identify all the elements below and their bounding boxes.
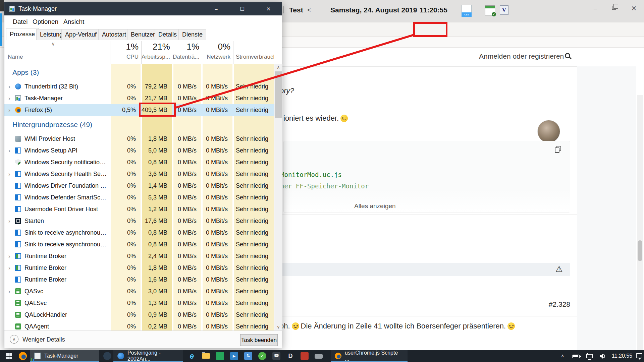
- tab-collapse-arrow[interactable]: <: [307, 7, 311, 14]
- process-row[interactable]: ›Windows Setup API0%5,0 MB0 MB/s0 MBit/s…: [4, 145, 274, 157]
- expander-icon[interactable]: ›: [8, 215, 10, 227]
- red-app-icon[interactable]: [301, 352, 309, 360]
- cell-name: ›Thunderbird (32 Bit): [4, 81, 110, 93]
- process-row[interactable]: QALockHandler0%0,9 MB0 MB/s0 MBit/sSehr …: [4, 309, 274, 321]
- column-name[interactable]: Name: [8, 54, 23, 60]
- expander-icon[interactable]: ›: [8, 250, 10, 262]
- process-row[interactable]: ›Runtime Broker0%1,8 MB0 MB/s0 MBit/sSeh…: [4, 262, 274, 274]
- tab-prozesse[interactable]: Prozesse: [6, 28, 39, 41]
- annotation-box-memory-cell: [139, 103, 176, 117]
- cell-name: Windows Driver Foundation - Benut...: [4, 180, 110, 192]
- taskbar-button-task-manager[interactable]: Task-Manager: [30, 350, 99, 362]
- task-manager-titlebar[interactable]: Task-Manager – ☐ ✕: [4, 2, 282, 15]
- process-group-header[interactable]: Apps (3): [4, 64, 274, 81]
- dark-circle-app-icon[interactable]: [103, 352, 111, 360]
- scrollbar-thumb[interactable]: [638, 240, 642, 261]
- expander-icon[interactable]: ›: [8, 81, 10, 93]
- taskbar-button-userchrome[interactable]: userChrome.js Scripte ...: [331, 350, 408, 362]
- fewer-details-toggle[interactable]: Weniger Details: [22, 336, 65, 343]
- menu-datei[interactable]: Datei: [13, 18, 28, 25]
- avatar[interactable]: [537, 120, 560, 143]
- tab-title[interactable]: Test: [289, 6, 303, 14]
- speaker-icon[interactable]: [600, 354, 606, 359]
- column-disk[interactable]: Datenträ...: [173, 54, 199, 60]
- tm-close-button[interactable]: ✕: [261, 2, 276, 15]
- process-group-header[interactable]: Hintergrundprozesse (49): [4, 116, 274, 133]
- cell-power: Sehr niedrig: [236, 239, 274, 250]
- cell-power: Sehr niedrig: [236, 286, 274, 297]
- column-mem[interactable]: Arbeitssp...: [141, 54, 170, 60]
- firefox-pinned-icon[interactable]: [19, 352, 27, 360]
- process-row[interactable]: WMI Provider Host0%1,8 MB0 MB/s0 MBit/sS…: [4, 133, 274, 145]
- tab-benutzer[interactable]: Benutzer: [127, 29, 159, 40]
- edge-icon[interactable]: e: [188, 352, 196, 360]
- browser-scrollbar[interactable]: [637, 95, 643, 362]
- warning-icon[interactable]: ⚠: [555, 264, 563, 274]
- css-file-icon[interactable]: css: [462, 5, 472, 17]
- file-explorer-icon[interactable]: [202, 353, 210, 361]
- show-all-link[interactable]: Alles anzeigen: [354, 202, 396, 210]
- process-row[interactable]: ›QASvc0%3,0 MB0 MB/s0 MBit/sSehr niedrig: [4, 286, 274, 297]
- process-row[interactable]: ›Runtime Broker0%2,4 MB0 MB/s0 MBit/sSeh…: [4, 250, 274, 262]
- expander-icon[interactable]: ›: [8, 145, 10, 157]
- process-row[interactable]: Windows Defender SmartScreen0%5,3 MB0 MB…: [4, 192, 274, 203]
- transfer-icon[interactable]: ⇅: [244, 352, 252, 360]
- end-task-button[interactable]: Task beenden: [240, 334, 278, 346]
- expander-icon[interactable]: ›: [8, 93, 10, 104]
- tab-dienste[interactable]: Dienste: [178, 29, 206, 40]
- process-row[interactable]: Runtime Broker0%1,6 MB0 MB/s0 MBit/sSehr…: [4, 274, 274, 286]
- v-badge-icon[interactable]: V: [500, 5, 508, 15]
- browser-close-button[interactable]: ✕: [625, 0, 643, 17]
- action-center-icon[interactable]: [636, 353, 642, 358]
- tray-expand-icon[interactable]: ∧: [561, 353, 564, 362]
- phone-app-icon[interactable]: ☎: [272, 352, 280, 360]
- green-app-icon[interactable]: [216, 352, 224, 360]
- process-row[interactable]: ›Starten0%17,6 MB0 MB/s0 MBit/sSehr nied…: [4, 215, 274, 227]
- column-power[interactable]: Stromverbrauch: [236, 54, 274, 60]
- copy-code-icon[interactable]: [554, 145, 563, 154]
- menu-ansicht[interactable]: Ansicht: [63, 18, 84, 25]
- column-net[interactable]: Netzwerk: [202, 54, 230, 60]
- tm-maximize-button[interactable]: ☐: [234, 2, 250, 15]
- expander-icon[interactable]: ›: [8, 168, 10, 180]
- table-check-icon[interactable]: ✓: [485, 5, 495, 15]
- process-list-scrollbar[interactable]: ∧ ∨: [274, 64, 282, 330]
- cell-power: Sehr niedrig: [236, 250, 274, 262]
- tab-details[interactable]: Details: [155, 29, 180, 40]
- process-row[interactable]: Sink to receive asynchronous callbac...0…: [4, 239, 274, 250]
- forum-search-icon[interactable]: [565, 53, 570, 58]
- start-button[interactable]: [6, 353, 12, 359]
- keyboard-app-icon[interactable]: [315, 354, 323, 359]
- signin-link[interactable]: Anmelden oder registrieren: [479, 52, 564, 60]
- scroll-up-icon[interactable]: ∧: [274, 64, 282, 71]
- menu-optionen[interactable]: Optionen: [33, 18, 58, 25]
- browser-restore-button[interactable]: [605, 0, 624, 17]
- expander-icon[interactable]: ›: [8, 104, 10, 116]
- taskbar-button-thunderbird[interactable]: Posteingang - 2002An...: [113, 350, 183, 362]
- process-row[interactable]: Windows Driver Foundation - Benut...0%1,…: [4, 180, 274, 192]
- process-row[interactable]: ›Windows Security Health Service0%3,6 MB…: [4, 168, 274, 180]
- process-row[interactable]: QALSvc0%1,3 MB0 MB/s0 MBit/sSehr niedrig: [4, 297, 274, 309]
- process-row[interactable]: Windows Security notification icon0%0,8 …: [4, 157, 274, 168]
- browser-minimize-button[interactable]: –: [586, 0, 605, 17]
- network-icon[interactable]: [586, 354, 593, 358]
- taskbar-clock[interactable]: 11:20:55: [612, 353, 632, 362]
- process-row[interactable]: Usermode Font Driver Host0%1,2 MB0 MB/s0…: [4, 203, 274, 215]
- scrollbar-thumb[interactable]: [275, 71, 282, 118]
- post-number[interactable]: #2.328: [537, 300, 570, 308]
- expander-icon[interactable]: ›: [8, 262, 10, 274]
- check-circle-icon[interactable]: ✓: [258, 352, 266, 360]
- tab-app-verlauf[interactable]: App-Verlauf: [61, 29, 100, 40]
- expander-icon[interactable]: ›: [8, 286, 10, 297]
- battery-icon[interactable]: [572, 355, 580, 358]
- collapse-circle-icon[interactable]: ∧: [10, 335, 18, 344]
- process-row[interactable]: Sink to receive asynchronous callbac...0…: [4, 227, 274, 239]
- cell-disk: 0 MB/s: [173, 227, 199, 239]
- column-cpu[interactable]: CPU: [110, 54, 139, 60]
- cell-net: 0 MBit/s: [202, 157, 230, 168]
- tm-minimize-button[interactable]: –: [208, 2, 224, 15]
- blue-media-icon[interactable]: ▶: [230, 352, 238, 360]
- scroll-down-icon[interactable]: ∨: [274, 324, 282, 330]
- tab-autostart[interactable]: Autostart: [98, 29, 130, 40]
- d-app-icon[interactable]: D: [286, 352, 294, 360]
